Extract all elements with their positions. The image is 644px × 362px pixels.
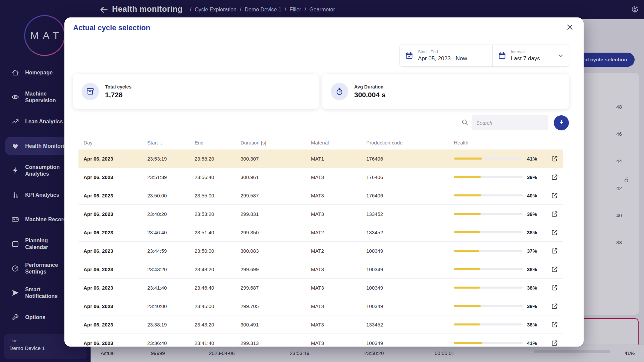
column-material[interactable]: Material: [311, 140, 366, 145]
avg-duration-value: 300.004 s: [354, 91, 385, 99]
cell-production-code: 100349: [366, 285, 454, 291]
cell-production-code: 100349: [366, 248, 454, 254]
table-row[interactable]: Apr 06, 2023 23:43:20 23:48:20 299.699 M…: [78, 260, 563, 279]
cell-end: 23:48:20: [195, 266, 240, 272]
open-cycle-button[interactable]: [546, 266, 563, 273]
avg-duration-label: Avg Duration: [354, 84, 385, 89]
cell-duration: 300.307: [240, 156, 311, 162]
health-bar: [454, 194, 527, 196]
time-pickers: Start - End Apr 05, 2023 - Now Interval …: [399, 45, 569, 67]
cell-material: MAT3: [311, 285, 366, 291]
cell-duration: 300.491: [240, 322, 311, 327]
sort-desc-icon: ↓: [160, 140, 163, 145]
column-health[interactable]: Health: [454, 140, 527, 145]
open-cycle-button[interactable]: [546, 174, 563, 181]
health-bar: [454, 213, 527, 215]
cell-start: 23:40:00: [147, 303, 195, 309]
column-production-code[interactable]: Production code: [366, 140, 454, 145]
interval-value: Last 7 days: [511, 55, 540, 62]
cell-day: Apr 06, 2023: [84, 211, 147, 217]
cell-duration: 299.587: [240, 193, 311, 198]
cell-health-percent: 41%: [527, 340, 546, 346]
column-end[interactable]: End: [195, 140, 240, 145]
cell-end: 23:58:20: [195, 156, 240, 162]
interval-select[interactable]: Interval Last 7 days: [493, 45, 569, 66]
health-bar: [454, 250, 527, 252]
cell-day: Apr 06, 2023: [84, 230, 147, 235]
table-row[interactable]: Apr 06, 2023 23:53:19 23:58:20 300.307 M…: [78, 149, 563, 168]
date-range-value: Apr 05, 2023 - Now: [418, 55, 467, 62]
date-range-picker[interactable]: Start - End Apr 05, 2023 - Now: [400, 45, 493, 66]
open-cycle-button[interactable]: [546, 247, 563, 254]
close-icon[interactable]: [566, 23, 574, 32]
cell-start: 23:41:40: [147, 285, 195, 291]
cell-day: Apr 06, 2023: [84, 156, 147, 162]
open-cycle-button[interactable]: [546, 192, 563, 199]
health-bar: [454, 305, 527, 307]
cell-duration: 299.313: [240, 340, 311, 346]
cell-start: 23:44:59: [147, 248, 195, 254]
modal-title: Actual cycle selection: [73, 23, 150, 32]
open-cycle-button[interactable]: [546, 303, 563, 310]
table-row[interactable]: Apr 06, 2023 23:46:40 23:51:40 299.350 M…: [78, 223, 563, 242]
cell-production-code: 100349: [366, 266, 454, 272]
date-range-label: Start - End: [418, 50, 467, 54]
cell-material: MAT3: [311, 303, 366, 309]
column-duration[interactable]: Duration [s]: [240, 140, 311, 145]
cell-end: 23:50:00: [195, 248, 240, 254]
cell-end: 23:55:00: [195, 193, 240, 198]
search-input[interactable]: [472, 115, 548, 130]
cell-start: 23:53:19: [147, 156, 195, 162]
cell-end: 23:56:40: [195, 174, 240, 180]
cell-day: Apr 06, 2023: [84, 322, 147, 327]
column-start[interactable]: Start↓: [147, 140, 195, 145]
open-cycle-button[interactable]: [546, 284, 563, 291]
cycle-table-header: Day Start↓ End Duration [s] Material Pro…: [78, 135, 563, 149]
cell-health-percent: 37%: [527, 248, 546, 254]
cell-health-percent: 40%: [527, 193, 546, 198]
health-bar: [454, 176, 527, 178]
cell-production-code: 100349: [366, 303, 454, 309]
column-day[interactable]: Day: [84, 140, 147, 145]
cell-health-percent: 41%: [527, 156, 546, 162]
cell-end: 23:41:40: [195, 340, 240, 346]
table-row[interactable]: Apr 06, 2023 23:40:00 23:45:00 299.705 M…: [78, 297, 563, 315]
open-cycle-button[interactable]: [546, 155, 563, 162]
cell-start: 23:38:19: [147, 322, 195, 327]
health-bar: [454, 342, 527, 344]
cell-end: 23:53:20: [195, 211, 240, 217]
cell-material: MAT3: [311, 322, 366, 327]
cell-health-percent: 38%: [527, 285, 546, 291]
open-cycle-button[interactable]: [546, 340, 563, 347]
open-cycle-button[interactable]: [546, 210, 563, 218]
cell-day: Apr 06, 2023: [84, 285, 147, 291]
table-row[interactable]: Apr 06, 2023 23:50:00 23:55:00 299.587 M…: [78, 186, 563, 205]
open-cycle-button[interactable]: [546, 321, 563, 328]
cycle-table: Day Start↓ End Duration [s] Material Pro…: [78, 135, 563, 347]
health-bar: [454, 158, 527, 160]
table-row[interactable]: Apr 06, 2023 23:41:40 23:46:40 299.687 M…: [78, 279, 563, 297]
calendar-icon: [498, 52, 506, 60]
cell-health-percent: 38%: [527, 230, 546, 235]
cell-day: Apr 06, 2023: [84, 340, 147, 346]
table-row[interactable]: Apr 06, 2023 23:51:39 23:56:40 300.961 M…: [78, 168, 563, 186]
table-row[interactable]: Apr 06, 2023 23:44:59 23:50:00 300.083 M…: [78, 242, 563, 260]
cell-production-code: 133452: [366, 230, 454, 235]
cell-health-percent: 38%: [527, 266, 546, 272]
download-button[interactable]: [554, 115, 569, 130]
total-cycles-value: 1,728: [105, 91, 131, 99]
health-bar: [454, 287, 527, 289]
cell-material: MAT3: [311, 340, 366, 346]
table-row[interactable]: Apr 06, 2023 23:48:20 23:53:20 299.831 M…: [78, 205, 563, 223]
total-cycles-card: Total cycles 1,728: [73, 74, 319, 109]
table-row[interactable]: Apr 06, 2023 23:38:19 23:43:20 300.491 M…: [78, 315, 563, 334]
total-cycles-label: Total cycles: [105, 84, 131, 89]
health-bar: [454, 231, 527, 233]
cell-material: MAT3: [311, 193, 366, 198]
cell-duration: 300.083: [240, 248, 311, 254]
table-row[interactable]: Apr 06, 2023 23:36:40 23:41:40 299.313 M…: [78, 334, 563, 347]
cell-duration: 299.831: [240, 211, 311, 217]
cell-end: 23:51:40: [195, 230, 240, 235]
open-cycle-button[interactable]: [546, 229, 563, 236]
cell-end: 23:45:00: [195, 303, 240, 309]
